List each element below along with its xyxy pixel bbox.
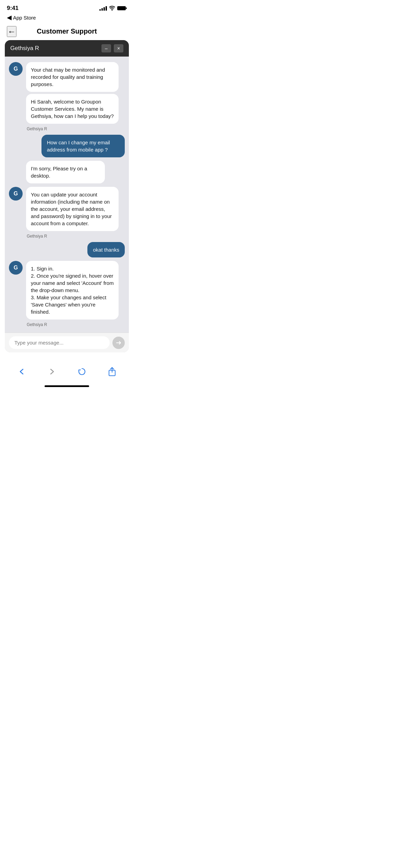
agent-message-row: G 1. Sign in. 2. Once you're signed in, …: [9, 261, 125, 327]
share-button[interactable]: [105, 364, 119, 379]
svg-rect-0: [117, 6, 126, 10]
user-message-row: okat thanks: [9, 242, 125, 257]
avatar: G: [9, 187, 23, 201]
agent-bubble: Hi Sarah, welcome to Groupon Customer Se…: [26, 94, 119, 124]
home-indicator: [0, 383, 134, 393]
agent-label: Gethsiya R: [26, 234, 119, 239]
agent-label: Gethsiya R: [26, 126, 119, 131]
refresh-button[interactable]: [74, 364, 89, 379]
user-bubble: How can I change my email address from m…: [41, 135, 125, 157]
nav-back-button[interactable]: ←: [7, 26, 16, 37]
agent-message-group: Your chat may be monitored and recorded …: [26, 62, 119, 131]
agent-label: Gethsiya R: [26, 322, 119, 327]
bottom-nav: [0, 357, 134, 383]
page-title: Customer Support: [37, 27, 97, 35]
status-time: 9:41: [7, 5, 19, 12]
nav-header: ← Customer Support: [0, 24, 134, 40]
agent-bubble: I'm sorry, Please try on a desktop.: [26, 161, 105, 183]
agent-bubble: 1. Sign in. 2. Once you're signed in, ho…: [26, 261, 119, 320]
avatar: G: [9, 62, 23, 76]
battery-icon: [117, 6, 127, 11]
chat-agent-name: Gethsiya R: [10, 45, 39, 52]
agent-bubble: You can update your account information …: [26, 187, 119, 231]
chat-header-controls: – ×: [101, 44, 123, 52]
avatar: G: [9, 261, 23, 275]
back-chevron-icon: ◀: [7, 14, 12, 21]
app-store-label: App Store: [13, 15, 36, 21]
svg-rect-1: [126, 8, 127, 9]
message-input[interactable]: [9, 336, 110, 349]
chat-container: Gethsiya R – × G Your chat may be monito…: [5, 40, 129, 352]
agent-standalone-row: I'm sorry, Please try on a desktop.: [9, 161, 125, 183]
browser-forward-button[interactable]: [45, 364, 59, 379]
agent-message-group: 1. Sign in. 2. Once you're signed in, ho…: [26, 261, 119, 327]
agent-message-row: G Your chat may be monitored and recorde…: [9, 62, 125, 131]
chat-header: Gethsiya R – ×: [5, 40, 129, 57]
send-button[interactable]: [112, 337, 125, 349]
user-message-row: How can I change my email address from m…: [9, 135, 125, 157]
minimize-button[interactable]: –: [101, 44, 111, 52]
status-bar: 9:41: [0, 0, 134, 14]
wifi-icon: [109, 6, 115, 11]
status-icons: [99, 6, 127, 11]
app-store-back[interactable]: ◀ App Store: [0, 14, 134, 24]
home-indicator-bar: [45, 385, 89, 387]
close-button[interactable]: ×: [114, 44, 123, 52]
agent-message-row: G You can update your account informatio…: [9, 187, 125, 239]
user-bubble: okat thanks: [87, 242, 125, 257]
chat-messages: G Your chat may be monitored and recorde…: [5, 57, 129, 333]
chat-input-area: [5, 333, 129, 352]
agent-message-group: You can update your account information …: [26, 187, 119, 239]
agent-bubble: Your chat may be monitored and recorded …: [26, 62, 119, 92]
browser-back-button[interactable]: [15, 364, 29, 379]
signal-icon: [99, 6, 107, 11]
